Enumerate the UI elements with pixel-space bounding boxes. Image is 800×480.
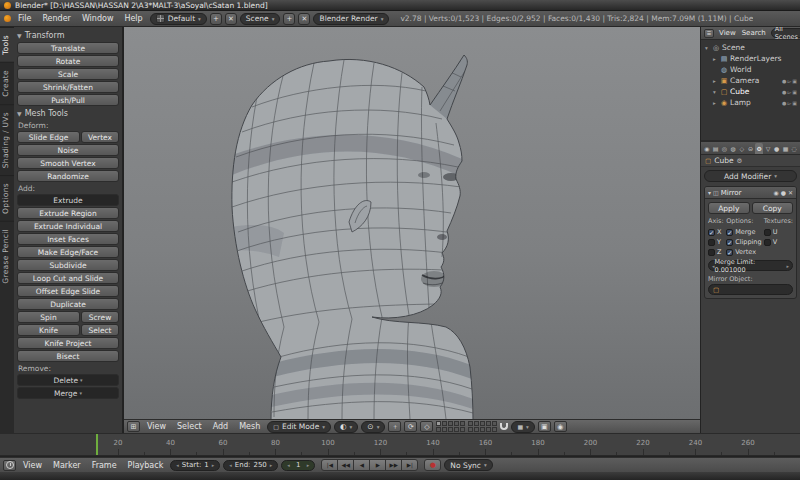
viewport-shading-select[interactable]: ◐ ▾: [334, 421, 358, 433]
screen-layout-select[interactable]: Default ▾: [150, 13, 207, 25]
tab-scene-icon[interactable]: ◎: [720, 143, 728, 154]
current-frame-field[interactable]: ◂ 1 ▸: [281, 460, 315, 471]
outliner-item-camera[interactable]: ▸ ▣ Camera ●▻▣: [711, 75, 798, 86]
texture-v-checkbox[interactable]: V: [764, 237, 793, 247]
timeline-menu-marker[interactable]: Marker: [49, 461, 85, 470]
mesh-tools-panel-header[interactable]: ▼ Mesh Tools: [17, 107, 119, 119]
timeline-editor-icon[interactable]: [3, 460, 16, 471]
start-frame-field[interactable]: ◂ Start: 1 ▸: [170, 460, 220, 471]
pivot-select[interactable]: ⊙ ▾: [361, 421, 385, 433]
visibility-icons[interactable]: ●▻▣: [782, 78, 798, 84]
tab-tools[interactable]: Tools: [0, 27, 14, 62]
jump-to-end-button[interactable]: ▶|: [401, 459, 418, 471]
tab-world-icon[interactable]: ◍: [729, 143, 737, 154]
axis-z-checkbox[interactable]: Z: [708, 247, 724, 257]
delete-scene-button[interactable]: ✕: [298, 13, 310, 25]
inset-faces-button[interactable]: Inset Faces: [17, 233, 119, 245]
current-frame-indicator[interactable]: [96, 434, 98, 455]
timeline-menu-playback[interactable]: Playback: [124, 461, 168, 470]
delete-layout-button[interactable]: ✕: [225, 13, 237, 25]
manipulator-scale-icon[interactable]: ◇: [420, 421, 433, 432]
rotate-button[interactable]: Rotate: [17, 55, 119, 67]
mirror-object-field[interactable]: ▢: [708, 284, 793, 295]
expand-icon[interactable]: ▾: [711, 89, 718, 95]
slide-edge-button[interactable]: Slide Edge: [17, 131, 80, 143]
expand-icon[interactable]: ▸: [711, 56, 718, 62]
tab-data-icon[interactable]: ▽: [764, 143, 772, 154]
scale-button[interactable]: Scale: [17, 68, 119, 80]
knife-project-button[interactable]: Knife Project: [17, 337, 119, 349]
menu-window[interactable]: Window: [78, 14, 118, 23]
viewport-3d[interactable]: ⊞ View Select Add Mesh ▢ Edit Mode ▾ ◐ ▾…: [124, 27, 700, 433]
push-pull-button[interactable]: Push/Pull: [17, 94, 119, 106]
vertex-groups-checkbox[interactable]: ✓Vertex: [726, 247, 761, 257]
outliner-item-scene[interactable]: ▾ ◎ Scene: [703, 42, 798, 53]
translate-button[interactable]: Translate: [17, 42, 119, 54]
outliner-editor-icon[interactable]: ☰: [704, 29, 714, 38]
tab-object-icon[interactable]: ◇: [738, 143, 746, 154]
apply-button[interactable]: Apply: [708, 202, 750, 214]
timeline-menu-view[interactable]: View: [19, 461, 46, 470]
expand-icon[interactable]: ▸: [711, 100, 718, 106]
jump-to-start-button[interactable]: |◀: [321, 459, 338, 471]
render-engine-select[interactable]: Blender Render ▾: [313, 13, 389, 25]
subdivide-button[interactable]: Subdivide: [17, 259, 119, 271]
viewport-menu-select[interactable]: Select: [173, 422, 206, 431]
tab-render-layers-icon[interactable]: ▤: [712, 143, 720, 154]
render-opengl-anim-icon[interactable]: ◉: [554, 421, 567, 432]
menu-render[interactable]: Render: [38, 14, 74, 23]
viewport-menu-view[interactable]: View: [143, 422, 170, 431]
expand-icon[interactable]: ▸: [711, 78, 718, 84]
add-scene-button[interactable]: +: [283, 13, 295, 25]
play-reverse-button[interactable]: ◀: [353, 459, 370, 471]
timeline-menu-frame[interactable]: Frame: [88, 461, 121, 470]
tab-shading-uvs[interactable]: Shading / UVs: [0, 104, 14, 175]
outliner-item-world[interactable]: ◍ World: [711, 64, 798, 75]
merge-menu-button[interactable]: Merge ▾: [17, 387, 119, 399]
clipping-checkbox[interactable]: ✓Clipping: [726, 237, 761, 247]
next-keyframe-button[interactable]: ▶▶: [385, 459, 402, 471]
smooth-vertex-button[interactable]: Smooth Vertex: [17, 157, 119, 169]
expand-icon[interactable]: ▾: [708, 189, 711, 196]
knife-button[interactable]: Knife: [17, 324, 80, 336]
mode-select[interactable]: ▢ Edit Mode ▾: [267, 421, 331, 433]
randomize-button[interactable]: Randomize: [17, 170, 119, 182]
vertex-slide-button[interactable]: Vertex: [81, 131, 119, 143]
snap-element-select[interactable]: ▦ ▾: [511, 421, 534, 433]
viewport-canvas[interactable]: [124, 27, 700, 419]
outliner-menu-search[interactable]: Search: [741, 29, 767, 37]
axis-x-checkbox[interactable]: ✓X: [708, 227, 724, 237]
copy-button[interactable]: Copy: [752, 202, 794, 214]
noise-button[interactable]: Noise: [17, 144, 119, 156]
tab-create[interactable]: Create: [0, 62, 14, 104]
offset-edge-slide-button[interactable]: Offset Edge Slide: [17, 285, 119, 297]
render-toggle-icon[interactable]: ◉: [773, 189, 778, 196]
shrink-fatten-button[interactable]: Shrink/Fatten: [17, 81, 119, 93]
scene-select[interactable]: Scene ▾: [240, 13, 281, 25]
layer-selector[interactable]: [436, 421, 497, 432]
merge-limit-slider[interactable]: ◂ Merge Limit: 0.001000 ▸: [708, 260, 793, 271]
make-edge-face-button[interactable]: Make Edge/Face: [17, 246, 119, 258]
tab-physics-icon[interactable]: ◌: [790, 143, 798, 154]
tab-material-icon[interactable]: ●: [773, 143, 781, 154]
mirror-modifier-header[interactable]: ▾ ◫ Mirror ◉ ● ✕: [705, 187, 796, 199]
record-button[interactable]: ●: [424, 459, 441, 471]
tab-modifiers-icon[interactable]: ⚙: [755, 143, 763, 154]
tab-grease-pencil[interactable]: Grease Pencil: [0, 221, 14, 291]
merge-checkbox[interactable]: ✓Merge: [726, 227, 761, 237]
expand-icon[interactable]: ▾: [703, 45, 710, 51]
tab-options[interactable]: Options: [0, 175, 14, 221]
spin-button[interactable]: Spin: [17, 311, 80, 323]
extrude-individual-button[interactable]: Extrude Individual: [17, 220, 119, 232]
outliner-item-renderlayers[interactable]: ▸ ▤ RenderLayers: [711, 53, 798, 64]
tab-render-icon[interactable]: ◉: [703, 143, 711, 154]
viewport-menu-add[interactable]: Add: [209, 422, 233, 431]
tab-texture-icon[interactable]: ▦: [782, 143, 790, 154]
loop-cut-button[interactable]: Loop Cut and Slide: [17, 272, 119, 284]
outliner-menu-view[interactable]: View: [718, 29, 737, 37]
sync-mode-select[interactable]: No Sync ▾: [444, 459, 492, 471]
play-button[interactable]: ▶: [369, 459, 386, 471]
visibility-icons[interactable]: ●▻▣: [782, 100, 798, 106]
manipulator-translate-icon[interactable]: ＋: [388, 421, 401, 432]
screw-button[interactable]: Screw: [81, 311, 119, 323]
